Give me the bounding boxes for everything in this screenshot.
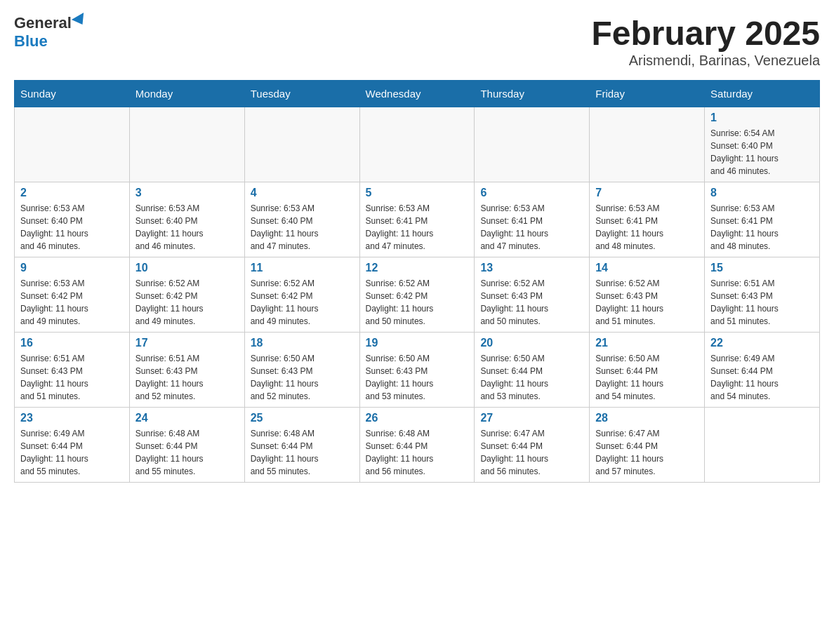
calendar-week-2: 2Sunrise: 6:53 AM Sunset: 6:40 PM Daylig…	[15, 182, 820, 257]
logo-blue: Blue	[14, 32, 48, 51]
day-info: Sunrise: 6:53 AM Sunset: 6:40 PM Dayligh…	[251, 202, 354, 253]
calendar-header: Sunday Monday Tuesday Wednesday Thursday…	[15, 81, 820, 107]
day-info: Sunrise: 6:48 AM Sunset: 6:44 PM Dayligh…	[366, 427, 469, 478]
calendar-cell	[475, 107, 590, 182]
day-info: Sunrise: 6:50 AM Sunset: 6:43 PM Dayligh…	[366, 352, 469, 403]
day-info: Sunrise: 6:53 AM Sunset: 6:41 PM Dayligh…	[366, 202, 469, 253]
calendar-cell: 19Sunrise: 6:50 AM Sunset: 6:43 PM Dayli…	[359, 333, 475, 408]
day-number: 22	[710, 337, 814, 349]
header-thursday: Thursday	[475, 81, 590, 107]
day-number: 18	[251, 337, 354, 349]
calendar-cell: 4Sunrise: 6:53 AM Sunset: 6:40 PM Daylig…	[244, 182, 359, 257]
day-info: Sunrise: 6:54 AM Sunset: 6:40 PM Dayligh…	[710, 127, 814, 177]
calendar-cell	[705, 408, 820, 483]
header-saturday: Saturday	[705, 81, 820, 107]
calendar-week-5: 23Sunrise: 6:49 AM Sunset: 6:44 PM Dayli…	[15, 408, 820, 483]
logo: General Blue	[14, 14, 87, 51]
calendar-cell: 9Sunrise: 6:53 AM Sunset: 6:42 PM Daylig…	[15, 257, 130, 333]
calendar-cell	[15, 107, 130, 182]
calendar-subtitle: Arismendi, Barinas, Venezuela	[591, 53, 820, 69]
day-number: 6	[480, 187, 583, 199]
calendar-table: Sunday Monday Tuesday Wednesday Thursday…	[14, 80, 820, 483]
day-info: Sunrise: 6:50 AM Sunset: 6:44 PM Dayligh…	[595, 352, 699, 403]
day-info: Sunrise: 6:49 AM Sunset: 6:44 PM Dayligh…	[710, 352, 814, 403]
day-info: Sunrise: 6:51 AM Sunset: 6:43 PM Dayligh…	[135, 352, 239, 403]
day-info: Sunrise: 6:52 AM Sunset: 6:43 PM Dayligh…	[595, 277, 699, 328]
calendar-cell: 27Sunrise: 6:47 AM Sunset: 6:44 PM Dayli…	[475, 408, 590, 483]
calendar-cell: 18Sunrise: 6:50 AM Sunset: 6:43 PM Dayli…	[244, 333, 359, 408]
calendar-week-4: 16Sunrise: 6:51 AM Sunset: 6:43 PM Dayli…	[15, 333, 820, 408]
calendar-cell: 3Sunrise: 6:53 AM Sunset: 6:40 PM Daylig…	[129, 182, 244, 257]
day-number: 28	[595, 412, 699, 424]
calendar-cell	[359, 107, 475, 182]
calendar-cell: 8Sunrise: 6:53 AM Sunset: 6:41 PM Daylig…	[705, 182, 820, 257]
header-sunday: Sunday	[15, 81, 130, 107]
day-info: Sunrise: 6:53 AM Sunset: 6:42 PM Dayligh…	[20, 277, 124, 328]
day-number: 13	[480, 262, 583, 274]
calendar-cell: 25Sunrise: 6:48 AM Sunset: 6:44 PM Dayli…	[244, 408, 359, 483]
calendar-cell: 16Sunrise: 6:51 AM Sunset: 6:43 PM Dayli…	[15, 333, 130, 408]
calendar-week-3: 9Sunrise: 6:53 AM Sunset: 6:42 PM Daylig…	[15, 257, 820, 333]
day-number: 14	[595, 262, 699, 274]
calendar-cell: 5Sunrise: 6:53 AM Sunset: 6:41 PM Daylig…	[359, 182, 475, 257]
calendar-cell: 6Sunrise: 6:53 AM Sunset: 6:41 PM Daylig…	[475, 182, 590, 257]
calendar-cell: 20Sunrise: 6:50 AM Sunset: 6:44 PM Dayli…	[475, 333, 590, 408]
calendar-cell: 15Sunrise: 6:51 AM Sunset: 6:43 PM Dayli…	[705, 257, 820, 333]
day-number: 8	[710, 187, 814, 199]
calendar-cell: 2Sunrise: 6:53 AM Sunset: 6:40 PM Daylig…	[15, 182, 130, 257]
calendar-cell: 22Sunrise: 6:49 AM Sunset: 6:44 PM Dayli…	[705, 333, 820, 408]
calendar-cell: 21Sunrise: 6:50 AM Sunset: 6:44 PM Dayli…	[590, 333, 705, 408]
day-info: Sunrise: 6:51 AM Sunset: 6:43 PM Dayligh…	[20, 352, 124, 403]
day-number: 15	[710, 262, 814, 274]
logo-general: General	[14, 14, 72, 32]
calendar-cell: 1Sunrise: 6:54 AM Sunset: 6:40 PM Daylig…	[705, 107, 820, 182]
day-number: 24	[135, 412, 239, 424]
day-number: 20	[480, 337, 583, 349]
calendar-cell	[244, 107, 359, 182]
day-info: Sunrise: 6:51 AM Sunset: 6:43 PM Dayligh…	[710, 277, 814, 328]
calendar-cell: 23Sunrise: 6:49 AM Sunset: 6:44 PM Dayli…	[15, 408, 130, 483]
calendar-cell: 11Sunrise: 6:52 AM Sunset: 6:42 PM Dayli…	[244, 257, 359, 333]
calendar-body: 1Sunrise: 6:54 AM Sunset: 6:40 PM Daylig…	[15, 107, 820, 483]
day-number: 9	[20, 262, 124, 274]
header-monday: Monday	[129, 81, 244, 107]
logo-arrow-icon	[72, 13, 88, 28]
day-number: 23	[20, 412, 124, 424]
day-info: Sunrise: 6:48 AM Sunset: 6:44 PM Dayligh…	[135, 427, 239, 478]
day-number: 17	[135, 337, 239, 349]
day-info: Sunrise: 6:53 AM Sunset: 6:41 PM Dayligh…	[595, 202, 699, 253]
day-number: 27	[480, 412, 583, 424]
day-number: 10	[135, 262, 239, 274]
day-info: Sunrise: 6:53 AM Sunset: 6:41 PM Dayligh…	[480, 202, 583, 253]
day-number: 1	[710, 112, 814, 124]
title-block: February 2025 Arismendi, Barinas, Venezu…	[591, 14, 820, 69]
day-number: 11	[251, 262, 354, 274]
day-info: Sunrise: 6:50 AM Sunset: 6:44 PM Dayligh…	[480, 352, 583, 403]
calendar-cell	[129, 107, 244, 182]
day-info: Sunrise: 6:48 AM Sunset: 6:44 PM Dayligh…	[251, 427, 354, 478]
day-number: 26	[366, 412, 469, 424]
day-info: Sunrise: 6:52 AM Sunset: 6:42 PM Dayligh…	[135, 277, 239, 328]
calendar-cell: 26Sunrise: 6:48 AM Sunset: 6:44 PM Dayli…	[359, 408, 475, 483]
calendar-cell: 14Sunrise: 6:52 AM Sunset: 6:43 PM Dayli…	[590, 257, 705, 333]
day-info: Sunrise: 6:52 AM Sunset: 6:42 PM Dayligh…	[366, 277, 469, 328]
day-info: Sunrise: 6:49 AM Sunset: 6:44 PM Dayligh…	[20, 427, 124, 478]
calendar-cell: 28Sunrise: 6:47 AM Sunset: 6:44 PM Dayli…	[590, 408, 705, 483]
day-number: 19	[366, 337, 469, 349]
day-info: Sunrise: 6:47 AM Sunset: 6:44 PM Dayligh…	[595, 427, 699, 478]
calendar-cell: 7Sunrise: 6:53 AM Sunset: 6:41 PM Daylig…	[590, 182, 705, 257]
calendar-cell: 13Sunrise: 6:52 AM Sunset: 6:43 PM Dayli…	[475, 257, 590, 333]
calendar-week-1: 1Sunrise: 6:54 AM Sunset: 6:40 PM Daylig…	[15, 107, 820, 182]
day-info: Sunrise: 6:52 AM Sunset: 6:42 PM Dayligh…	[251, 277, 354, 328]
calendar-cell: 10Sunrise: 6:52 AM Sunset: 6:42 PM Dayli…	[129, 257, 244, 333]
day-number: 3	[135, 187, 239, 199]
calendar-cell: 17Sunrise: 6:51 AM Sunset: 6:43 PM Dayli…	[129, 333, 244, 408]
header-wednesday: Wednesday	[359, 81, 475, 107]
calendar-title: February 2025	[591, 14, 820, 53]
day-info: Sunrise: 6:52 AM Sunset: 6:43 PM Dayligh…	[480, 277, 583, 328]
calendar-cell: 24Sunrise: 6:48 AM Sunset: 6:44 PM Dayli…	[129, 408, 244, 483]
day-number: 25	[251, 412, 354, 424]
day-info: Sunrise: 6:53 AM Sunset: 6:40 PM Dayligh…	[20, 202, 124, 253]
day-info: Sunrise: 6:53 AM Sunset: 6:41 PM Dayligh…	[710, 202, 814, 253]
header-friday: Friday	[590, 81, 705, 107]
